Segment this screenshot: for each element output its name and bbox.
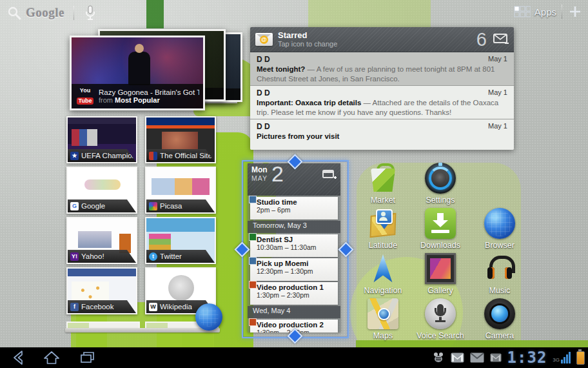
market-icon	[368, 163, 398, 194]
mic-icon[interactable]	[83, 5, 97, 21]
bookmark-thumbnail[interactable]: fFacebook	[66, 267, 137, 314]
event-color-marker	[249, 196, 257, 203]
compose-icon[interactable]	[493, 33, 509, 46]
email-widget-title: Starred	[278, 30, 476, 40]
event-time: 1:30pm – 2:30pm	[257, 291, 334, 299]
home-icon	[42, 349, 61, 366]
event-title: Pick up Moemi	[257, 260, 334, 267]
apps-button[interactable]: Apps	[514, 5, 556, 18]
email-widget-header[interactable]: @ Starred Tap icon to change 6	[250, 27, 514, 52]
event-time: 12:30pm – 1:30pm	[257, 267, 334, 275]
picasa-favicon	[149, 202, 157, 210]
google-search-widget[interactable]: Google	[6, 5, 97, 21]
video-from-label: from	[99, 96, 113, 104]
email-row[interactable]: D D May 1 Pictures from your visit	[250, 119, 514, 150]
email-date: May 1	[488, 88, 507, 97]
app-label: Downloads	[415, 241, 466, 250]
bookmark-label: Facebook	[81, 303, 114, 311]
browser-globe-icon[interactable]	[195, 303, 222, 331]
maps-icon	[368, 298, 398, 329]
bookmark-label: Picasa	[160, 202, 182, 210]
email-row[interactable]: D D May 1 Meet tonight? — A few of us ar…	[250, 52, 514, 86]
back-button[interactable]	[5, 349, 31, 367]
mlb-favicon	[149, 152, 157, 160]
new-event-icon[interactable]	[322, 169, 337, 179]
apps-grid-icon	[514, 5, 531, 18]
recents-button[interactable]	[75, 349, 101, 367]
latitude-icon	[368, 208, 398, 239]
app-label: Voice Search	[415, 331, 466, 340]
bookmark-label: Google	[81, 202, 105, 210]
event-color-marker	[249, 281, 257, 289]
signal-bars-icon	[561, 352, 571, 363]
calendar-event[interactable]: Studio time 2pm – 6pm	[250, 197, 338, 220]
calendar-event[interactable]: Pick up Moemi 12:30pm – 1:30pm	[250, 258, 338, 281]
app-shortcut-latitude[interactable]: Latitude	[357, 208, 409, 250]
email-list: D D May 1 Meet tonight? — A few of us ar…	[250, 52, 514, 150]
bookmark-thumbnail[interactable]: The Official Site of ...	[145, 116, 216, 163]
bookmark-thumbnail[interactable]: ★UEFA Champions Le...	[66, 116, 137, 163]
bookmark-thumbnail[interactable]: Picasa	[145, 167, 216, 214]
bookmark-label: The Official Site of ...	[160, 152, 215, 159]
video-source: Most Popular	[115, 96, 160, 104]
youtube-widget[interactable]: You Tube Razy Gogonea - Britain's Got T.…	[70, 36, 205, 110]
calendar-event-list: Studio time 2pm – 6pm Tomorrow, May 3 De…	[248, 196, 340, 332]
email-icon	[470, 353, 484, 363]
plus-icon[interactable]	[567, 4, 583, 19]
divider	[74, 6, 74, 20]
calendar-day-divider: Tomorrow, May 3	[248, 221, 340, 233]
app-shortcut-camera[interactable]: Camera	[474, 298, 525, 340]
email-subject: Meet tonight?	[257, 65, 305, 73]
video-title: Razy Gogonea - Britain's Got T...	[99, 88, 199, 96]
app-shortcut-music[interactable]: Music	[474, 253, 525, 295]
clock: 1:32	[507, 347, 547, 368]
gmail-icon	[451, 353, 464, 363]
app-shortcut-gallery[interactable]: Gallery	[415, 253, 466, 295]
uefa-favicon: ★	[70, 152, 79, 160]
calendar-event[interactable]: Video production 1 1:30pm – 2:30pm	[250, 282, 338, 305]
top-bar: Google	[0, 0, 588, 25]
google-logo: Google	[26, 6, 64, 20]
email-widget-subtitle: Tap icon to change	[278, 40, 476, 48]
google-favicon: G	[70, 202, 79, 210]
email-sender: D D	[257, 122, 270, 131]
app-shortcut-voice-search[interactable]: Voice Search	[415, 298, 466, 340]
event-title: Studio time	[257, 198, 334, 206]
top-bar-right: Apps	[514, 4, 583, 19]
app-shortcut-maps[interactable]: Maps	[357, 298, 409, 340]
email-subject: Important: Oaxaca trip details	[257, 99, 361, 107]
bookmark-thumbnail[interactable]: tTwitter	[145, 217, 216, 264]
calendar-widget[interactable]: Mon MAY 2 Studio time 2pm – 6pm Tomorrow…	[248, 163, 340, 332]
bookmarks-widget: ★UEFA Champions Le... The Official Site …	[66, 116, 219, 333]
email-row[interactable]: D D May 1 Important: Oaxaca trip details…	[250, 86, 514, 119]
gallery-icon	[425, 253, 456, 284]
bookmark-thumbnail[interactable]: Y!Yahoo!	[66, 217, 137, 264]
event-title: Video production 2	[257, 321, 334, 329]
app-shortcut-navigation[interactable]: Navigation	[357, 253, 409, 295]
app-shortcut-market[interactable]: Market	[357, 163, 409, 205]
app-shortcut-settings[interactable]: Settings	[415, 163, 466, 205]
calendar-event[interactable]: Dentist SJ 10:30am – 11:30am	[250, 234, 338, 257]
bookmark-thumbnail[interactable]: GGoogle	[66, 167, 137, 214]
calendar-day-divider: Wed, May 4	[248, 306, 340, 318]
youtube-logo-tube: Tube	[77, 97, 94, 105]
app-label: Settings	[415, 196, 466, 205]
calendar-day-number: 2	[271, 163, 284, 187]
homescreen: Google	[0, 0, 588, 368]
app-shortcut-downloads[interactable]: Downloads	[415, 208, 466, 250]
downloads-icon	[425, 208, 456, 239]
search-icon[interactable]	[6, 5, 22, 21]
app-label: Navigation	[357, 286, 409, 295]
app-label: Gallery	[415, 286, 466, 295]
gmail-envelope-icon[interactable]: @	[255, 33, 273, 46]
app-shortcut-browser[interactable]: Browser	[474, 208, 525, 250]
bookmark-label: Yahoo!	[81, 252, 104, 260]
home-button[interactable]	[39, 349, 64, 367]
email-date: May 1	[488, 122, 507, 131]
youtube-logo-you: You	[75, 88, 95, 94]
email-subject: Pictures from your visit	[257, 132, 339, 140]
bookmark-label: Wikipedia	[160, 303, 192, 311]
divider	[562, 5, 562, 19]
email-date: May 1	[488, 55, 507, 64]
status-cluster[interactable]: 1:32 3G	[432, 347, 585, 368]
